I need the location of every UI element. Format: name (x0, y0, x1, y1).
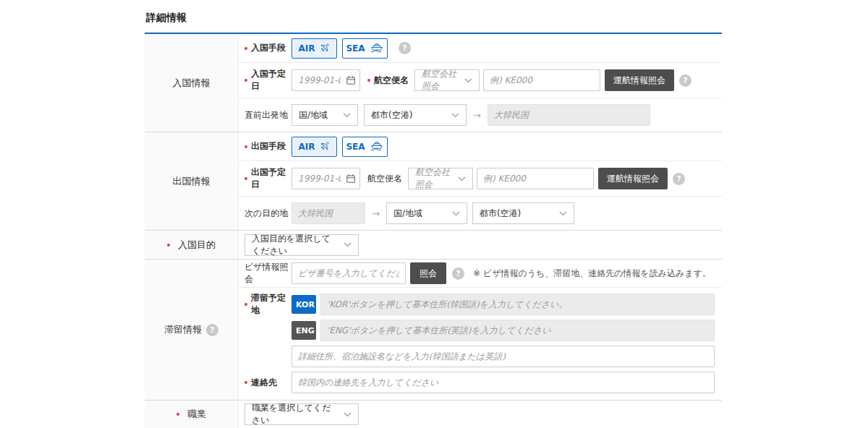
entry-origin-country-select[interactable]: 国/地域 (292, 104, 358, 126)
stay-address-label: 滞留予定地 (244, 292, 292, 317)
row-departure-method: 出国手段 AIR SEA (239, 132, 722, 161)
visa-lookup-label: ビザ情報照会 (244, 261, 292, 286)
entry-flight-lookup-button[interactable]: 運航情報照会 (605, 69, 674, 91)
visa-number-input[interactable] (292, 262, 406, 284)
entry-sea-button[interactable]: SEA (342, 38, 388, 59)
entry-airline-select[interactable]: 航空会社照会 (414, 69, 480, 91)
arrow-right-icon: → (473, 110, 481, 121)
section-label-entry-purpose: 入国目的 (145, 231, 239, 259)
visa-note: ※ ビザ情報のうち、滞留地、連絡先の情報を読み込みます。 (473, 268, 711, 280)
chevron-down-icon (343, 113, 351, 118)
entry-destination-country-field (488, 104, 650, 126)
entry-date-field (292, 69, 360, 91)
kor-address-field (320, 294, 715, 315)
chevron-down-icon (344, 412, 352, 417)
section-entry-info: 入国情報 入国手段 AIR SEA (145, 34, 722, 132)
arrow-right-icon: → (372, 208, 380, 219)
visa-lookup-button[interactable]: 照会 (410, 262, 446, 284)
help-icon[interactable]: ? (452, 268, 464, 280)
section-label-entry-info: 入国情報 (145, 34, 239, 132)
section-occupation: 職業 職業を選択してください (145, 401, 722, 428)
chevron-down-icon (464, 78, 472, 83)
row-stay-address-eng: ENG (244, 320, 715, 341)
entry-flight-label: 航空便名 (367, 74, 409, 87)
airplane-icon (320, 42, 331, 55)
help-icon[interactable]: ? (679, 74, 692, 87)
next-destination-country-select[interactable]: 国/地域 (386, 202, 467, 224)
detail-info-panel: 詳細情報 入国情報 入国手段 AIR (145, 6, 722, 428)
ship-icon (370, 42, 384, 55)
chevron-down-icon (451, 113, 459, 118)
row-next-destination: 次の目的地 → 国/地域 都市(空港) (239, 197, 722, 230)
required-marker (176, 413, 179, 416)
entry-origin-city-select[interactable]: 都市(空港) (364, 104, 467, 126)
row-entry-date-flight: 入国予定日 航空便名 航空会社照会 (239, 63, 722, 98)
detail-form-table: 入国情報 入国手段 AIR SEA (145, 34, 722, 428)
airplane-icon (320, 140, 331, 153)
contact-label: 連絡先 (244, 377, 292, 389)
address-detail-input[interactable] (292, 346, 715, 367)
section-entry-purpose: 入国目的 入国目的を選択してください (145, 231, 722, 260)
required-marker (367, 79, 370, 82)
required-marker (244, 381, 247, 384)
row-occupation: 職業を選択してください (239, 401, 722, 428)
entry-purpose-select[interactable]: 入国目的を選択してください (244, 234, 359, 256)
required-marker (244, 79, 247, 82)
help-icon[interactable]: ? (399, 42, 411, 54)
row-departure-date-flight: 出国予定日 航空便名 航空会社照会 (239, 161, 722, 197)
departure-flight-label: 航空便名 (367, 173, 402, 185)
section-stay-info: 滞留情報 ? ビザ情報照会 照会 ? ※ ビザ情報のうち、滞留地、連絡先の情報を… (145, 260, 722, 401)
chevron-down-icon (344, 242, 352, 247)
departure-flight-number-input[interactable] (477, 168, 594, 189)
entry-date-label: 入国予定日 (244, 68, 292, 93)
occupation-select[interactable]: 職業を選択してください (244, 403, 359, 425)
section-label-departure-info: 出国情報 (145, 132, 239, 230)
stay-address-block: 滞留予定地 KOR ENG (239, 288, 722, 400)
entry-air-button[interactable]: AIR (292, 38, 337, 59)
departure-flight-lookup-button[interactable]: 運航情報照会 (598, 168, 668, 189)
section-label-occupation: 職業 (145, 401, 239, 428)
departure-sea-button[interactable]: SEA (342, 137, 388, 157)
row-entry-origin: 直前出発地 国/地域 都市(空港) → (239, 98, 722, 132)
next-destination-label: 次の目的地 (244, 207, 292, 220)
departure-method-label: 出国手段 (244, 140, 292, 153)
ship-icon (370, 140, 384, 153)
chevron-down-icon (559, 211, 567, 216)
section-label-stay-info: 滞留情報 ? (145, 260, 239, 400)
help-icon[interactable]: ? (673, 173, 685, 185)
row-entry-purpose: 入国目的を選択してください (239, 231, 722, 259)
section-departure-info: 出国情報 出国手段 AIR SEA (145, 132, 722, 231)
eng-address-button[interactable]: ENG (292, 321, 316, 340)
next-destination-city-select[interactable]: 都市(空港) (472, 202, 574, 224)
help-icon[interactable]: ? (206, 324, 218, 336)
departure-airline-select[interactable]: 航空会社照会 (408, 168, 473, 189)
departure-date-label: 出国予定日 (244, 166, 292, 191)
required-marker (244, 177, 247, 180)
required-marker (244, 47, 247, 50)
eng-address-field (320, 320, 715, 341)
entry-origin-label: 直前出発地 (244, 109, 292, 121)
departure-date-field (292, 168, 360, 189)
calendar-icon[interactable] (346, 174, 356, 184)
calendar-icon[interactable] (346, 75, 356, 85)
contact-input[interactable] (292, 372, 715, 393)
required-marker (244, 303, 247, 306)
row-stay-address-detail (244, 346, 715, 367)
row-contact: 連絡先 (244, 372, 715, 393)
departure-air-button[interactable]: AIR (292, 137, 337, 157)
row-entry-method: 入国手段 AIR SEA ? (239, 34, 722, 63)
next-destination-origin-field (292, 202, 365, 224)
row-visa-lookup: ビザ情報照会 照会 ? ※ ビザ情報のうち、滞留地、連絡先の情報を読み込みます。 (239, 260, 722, 288)
entry-flight-number-input[interactable] (483, 69, 600, 91)
kor-address-button[interactable]: KOR (292, 295, 316, 314)
required-marker (244, 145, 247, 148)
page-title: 詳細情報 (145, 6, 722, 34)
chevron-down-icon (452, 211, 460, 216)
required-marker (167, 244, 170, 247)
chevron-down-icon (458, 176, 466, 181)
row-stay-address-kor: 滞留予定地 KOR (244, 292, 715, 317)
entry-method-label: 入国手段 (244, 42, 292, 54)
